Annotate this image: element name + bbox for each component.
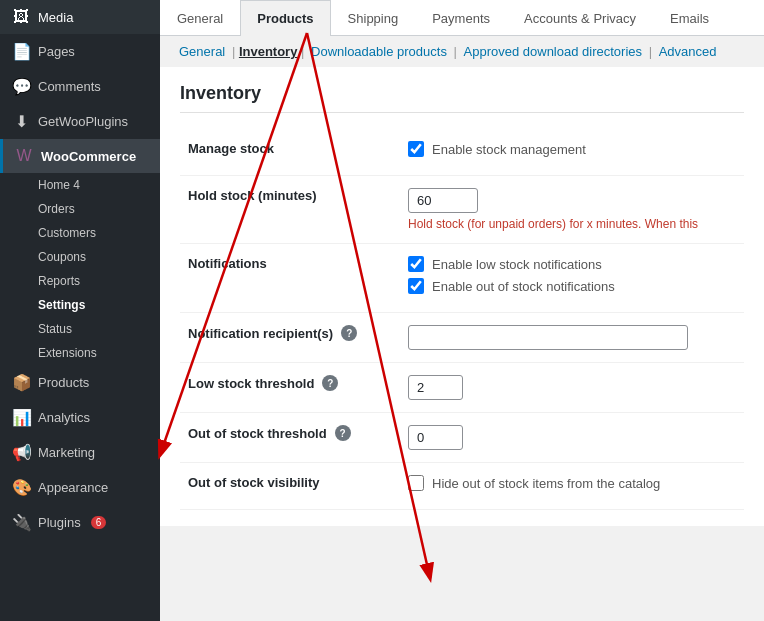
checkbox-row-out-of-stock-notif: Enable out of stock notifications (408, 278, 736, 294)
section-title: Inventory (180, 83, 744, 113)
sidebar-label-marketing: Marketing (38, 445, 95, 460)
sidebar-item-woocommerce[interactable]: W WooCommerce (0, 139, 160, 173)
submenu-status[interactable]: Status (0, 317, 160, 341)
sidebar-label-appearance: Appearance (38, 480, 108, 495)
sidebar-item-products[interactable]: 📦 Products (0, 365, 160, 400)
sub-nav: General | Inventory | Downloadable produ… (160, 36, 764, 67)
label-recipient: Notification recipient(s) (188, 326, 333, 341)
help-icon-recipient[interactable]: ? (341, 325, 357, 341)
row-notifications: Notifications Enable low stock notificat… (180, 244, 744, 313)
row-notification-recipient: Notification recipient(s) ? (180, 313, 744, 363)
input-hold-stock[interactable] (408, 188, 478, 213)
sidebar-label-pages: Pages (38, 44, 75, 59)
row-low-stock-threshold: Low stock threshold ? (180, 363, 744, 413)
getwoo-icon: ⬇ (12, 112, 30, 131)
subnav-general[interactable]: General (179, 44, 225, 59)
tab-emails[interactable]: Emails (653, 0, 726, 36)
submenu-extensions[interactable]: Extensions (0, 341, 160, 365)
sidebar-label-comments: Comments (38, 79, 101, 94)
tab-accounts[interactable]: Accounts & Privacy (507, 0, 653, 36)
settings-content: Inventory Manage stock Enable stock mana… (160, 67, 764, 526)
products-icon: 📦 (12, 373, 30, 392)
sidebar-item-pages[interactable]: 📄 Pages (0, 34, 160, 69)
row-out-of-stock-threshold: Out of stock threshold ? (180, 413, 744, 463)
checkbox-row-low-stock: Enable low stock notifications (408, 256, 736, 272)
analytics-icon: 📊 (12, 408, 30, 427)
main-content: General Products Shipping Payments Accou… (160, 0, 764, 621)
sidebar: 🖼 Media 📄 Pages 💬 Comments ⬇ GetWooPlugi… (0, 0, 160, 621)
sidebar-label-media: Media (38, 10, 73, 25)
tab-general[interactable]: General (160, 0, 240, 36)
pages-icon: 📄 (12, 42, 30, 61)
hint-hold-stock: Hold stock (for unpaid orders) for x min… (408, 217, 736, 231)
label-low-threshold: Low stock threshold (188, 376, 314, 391)
label-notifications: Notifications (188, 256, 267, 271)
submenu-settings[interactable]: Settings (0, 293, 160, 317)
help-icon-oos-threshold[interactable]: ? (335, 425, 351, 441)
sidebar-item-appearance[interactable]: 🎨 Appearance (0, 470, 160, 505)
sidebar-label-products: Products (38, 375, 89, 390)
label-group-recipient: Notification recipient(s) ? (188, 325, 380, 341)
tabs-bar: General Products Shipping Payments Accou… (160, 0, 764, 36)
subnav-advanced[interactable]: Advanced (659, 44, 717, 59)
sidebar-item-media[interactable]: 🖼 Media (0, 0, 160, 34)
row-hold-stock: Hold stock (minutes) Hold stock (for unp… (180, 176, 744, 244)
checkbox-low-stock[interactable] (408, 256, 424, 272)
label-low-stock: Enable low stock notifications (432, 257, 602, 272)
sidebar-label-woocommerce: WooCommerce (41, 149, 136, 164)
home-badge: 4 (73, 178, 80, 192)
submenu-home[interactable]: Home 4 (0, 173, 160, 197)
subnav-approved[interactable]: Approved download directories (464, 44, 643, 59)
label-enable-stock: Enable stock management (432, 142, 586, 157)
input-recipient[interactable] (408, 325, 688, 350)
checkbox-row-hide-oos: Hide out of stock items from the catalog (408, 475, 736, 491)
submenu-orders[interactable]: Orders (0, 197, 160, 221)
subnav-inventory[interactable]: Inventory (239, 44, 298, 59)
sidebar-label-plugins: Plugins (38, 515, 81, 530)
checkbox-enable-stock[interactable] (408, 141, 424, 157)
checkbox-row-manage-stock: Enable stock management (408, 141, 736, 157)
settings-table: Manage stock Enable stock management Hol… (180, 129, 744, 510)
row-manage-stock: Manage stock Enable stock management (180, 129, 744, 176)
label-oos-threshold: Out of stock threshold (188, 426, 327, 441)
comments-icon: 💬 (12, 77, 30, 96)
submenu-reports[interactable]: Reports (0, 269, 160, 293)
submenu-coupons[interactable]: Coupons (0, 245, 160, 269)
help-icon-low-threshold[interactable]: ? (322, 375, 338, 391)
woo-icon: W (15, 147, 33, 165)
sidebar-item-getwoo[interactable]: ⬇ GetWooPlugins (0, 104, 160, 139)
input-oos-threshold[interactable] (408, 425, 463, 450)
tab-products[interactable]: Products (240, 0, 330, 36)
label-hold-stock: Hold stock (minutes) (188, 188, 317, 203)
tab-shipping[interactable]: Shipping (331, 0, 416, 36)
label-group-low-threshold: Low stock threshold ? (188, 375, 380, 391)
label-hide-oos: Hide out of stock items from the catalog (432, 476, 660, 491)
checkbox-hide-oos[interactable] (408, 475, 424, 491)
label-oos-visibility: Out of stock visibility (188, 475, 319, 490)
submenu-customers[interactable]: Customers (0, 221, 160, 245)
sidebar-label-analytics: Analytics (38, 410, 90, 425)
plugins-icon: 🔌 (12, 513, 30, 532)
plugins-badge: 6 (91, 516, 107, 529)
sidebar-item-analytics[interactable]: 📊 Analytics (0, 400, 160, 435)
sidebar-item-plugins[interactable]: 🔌 Plugins 6 (0, 505, 160, 540)
checkbox-out-of-stock-notif[interactable] (408, 278, 424, 294)
appearance-icon: 🎨 (12, 478, 30, 497)
label-out-of-stock-notif: Enable out of stock notifications (432, 279, 615, 294)
label-manage-stock: Manage stock (188, 141, 274, 156)
sidebar-item-marketing[interactable]: 📢 Marketing (0, 435, 160, 470)
sidebar-item-comments[interactable]: 💬 Comments (0, 69, 160, 104)
row-oos-visibility: Out of stock visibility Hide out of stoc… (180, 463, 744, 510)
sidebar-label-getwoo: GetWooPlugins (38, 114, 128, 129)
marketing-icon: 📢 (12, 443, 30, 462)
subnav-downloadable[interactable]: Downloadable products (311, 44, 447, 59)
woo-submenu: Home 4 Orders Customers Coupons Reports … (0, 173, 160, 365)
tab-payments[interactable]: Payments (415, 0, 507, 36)
input-low-threshold[interactable] (408, 375, 463, 400)
media-icon: 🖼 (12, 8, 30, 26)
label-group-oos-threshold: Out of stock threshold ? (188, 425, 380, 441)
